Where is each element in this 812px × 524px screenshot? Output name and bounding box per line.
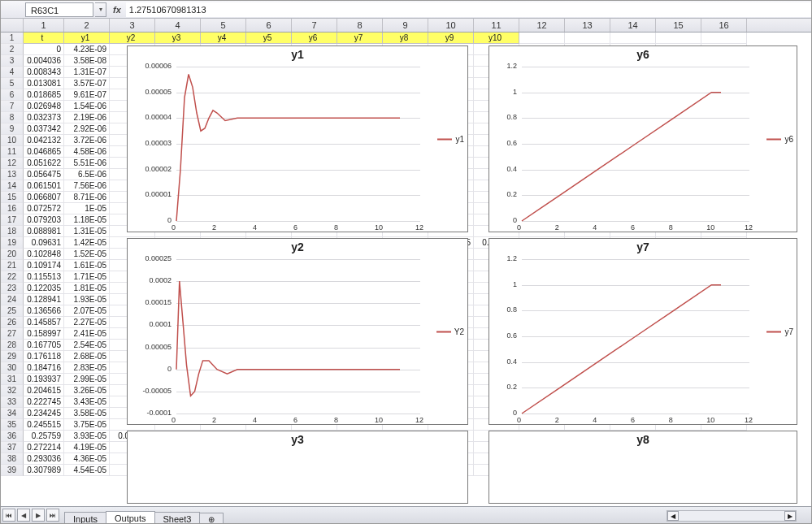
row-header[interactable]: 17 — [1, 214, 24, 226]
row-header[interactable]: 7 — [1, 101, 24, 112]
row-header[interactable]: 27 — [1, 328, 24, 340]
column-header[interactable]: 7 — [292, 19, 337, 32]
cell[interactable]: 0.234245 — [24, 408, 64, 419]
formula-input[interactable]: 1.27510670981313 — [126, 2, 811, 17]
cell[interactable]: 0.056475 — [24, 169, 64, 180]
cell[interactable] — [565, 32, 610, 44]
column-header[interactable]: 2 — [64, 19, 110, 32]
column-header[interactable]: 12 — [519, 19, 565, 32]
cell[interactable]: 2.92E-06 — [64, 123, 110, 135]
cell[interactable]: 1.93E-05 — [64, 294, 110, 305]
cell[interactable]: 1.61E-05 — [64, 260, 110, 271]
column-header[interactable]: 1 — [24, 19, 64, 32]
cell[interactable]: 0.042132 — [24, 135, 64, 146]
cell[interactable]: 4.36E-05 — [64, 453, 110, 465]
cell[interactable]: 0.061501 — [24, 180, 64, 192]
cell[interactable]: 0.145857 — [24, 317, 64, 328]
spreadsheet-grid[interactable]: 12345678910111213141516 1ty1y2y3y4y5y6y7… — [1, 19, 811, 507]
cell[interactable]: 0.128941 — [24, 294, 64, 305]
cell[interactable]: 1.71E-05 — [64, 271, 110, 283]
tab-nav-prev-icon[interactable]: ◀ — [17, 509, 30, 522]
cell[interactable]: 3.43E-05 — [64, 396, 110, 408]
cell[interactable]: 0.245515 — [24, 419, 64, 431]
cell[interactable]: y5 — [246, 32, 292, 44]
cell[interactable]: 2.07E-05 — [64, 305, 110, 317]
cell[interactable]: 4.58E-06 — [64, 146, 110, 158]
column-header[interactable]: 4 — [155, 19, 201, 32]
cell[interactable]: 2.68E-05 — [64, 351, 110, 362]
row-header[interactable]: 18 — [1, 226, 24, 237]
cell[interactable]: y4 — [201, 32, 246, 44]
tab-nav-next-icon[interactable]: ▶ — [32, 509, 45, 522]
cell[interactable]: 0.109174 — [24, 260, 64, 271]
row-header[interactable]: 22 — [1, 271, 24, 283]
cell[interactable]: 4.19E-05 — [64, 442, 110, 453]
cell[interactable]: 0.136566 — [24, 305, 64, 317]
name-box-dropdown-icon[interactable]: ▾ — [95, 2, 106, 17]
row-header[interactable]: 32 — [1, 385, 24, 396]
column-header[interactable]: 13 — [565, 19, 610, 32]
row-header[interactable]: 14 — [1, 180, 24, 192]
cell[interactable]: y7 — [337, 32, 383, 44]
cell[interactable]: 0.158997 — [24, 328, 64, 340]
row-header[interactable]: 26 — [1, 317, 24, 328]
column-header[interactable]: 16 — [701, 19, 747, 32]
cell[interactable] — [519, 32, 565, 44]
sheet-tab[interactable]: Sheet3 — [154, 512, 201, 525]
cell[interactable]: 3.57E-07 — [64, 78, 110, 89]
cell[interactable]: 0.051622 — [24, 158, 64, 169]
cell[interactable]: 8.71E-06 — [64, 192, 110, 203]
sheet-tab[interactable]: Inputs — [64, 512, 106, 525]
cell[interactable]: 0.204615 — [24, 385, 64, 396]
scroll-right-icon[interactable]: ▶ — [784, 511, 796, 521]
row-header[interactable]: 4 — [1, 67, 24, 78]
row-header[interactable]: 28 — [1, 340, 24, 351]
cell[interactable]: 2.41E-05 — [64, 328, 110, 340]
cell[interactable]: 0.046865 — [24, 146, 64, 158]
cell[interactable]: 0.037342 — [24, 123, 64, 135]
cell[interactable]: t — [24, 32, 64, 44]
cell[interactable]: 0.088981 — [24, 226, 64, 237]
cell[interactable]: 0.122035 — [24, 283, 64, 294]
cell[interactable]: 0.184716 — [24, 362, 64, 374]
cell[interactable]: 2.27E-05 — [64, 317, 110, 328]
tab-nav-last-icon[interactable]: ⏭ — [46, 509, 59, 522]
cell[interactable]: 0.032373 — [24, 112, 64, 123]
cell[interactable]: 0.293036 — [24, 453, 64, 465]
cell[interactable]: 2.19E-06 — [64, 112, 110, 123]
row-header[interactable]: 23 — [1, 283, 24, 294]
row-header[interactable]: 36 — [1, 431, 24, 442]
cell[interactable]: 1E-05 — [64, 203, 110, 214]
cell[interactable]: 0.193937 — [24, 374, 64, 385]
cell[interactable]: 6.5E-06 — [64, 169, 110, 180]
row-header[interactable]: 10 — [1, 135, 24, 146]
row-header[interactable]: 37 — [1, 442, 24, 453]
row-header[interactable]: 11 — [1, 146, 24, 158]
column-header[interactable]: 10 — [428, 19, 474, 32]
row-header[interactable]: 20 — [1, 249, 24, 260]
cell[interactable]: 0.072572 — [24, 203, 64, 214]
cell[interactable]: 1.54E-06 — [64, 101, 110, 112]
row-header[interactable]: 21 — [1, 260, 24, 271]
column-header[interactable]: 3 — [110, 19, 155, 32]
column-header[interactable]: 5 — [201, 19, 246, 32]
cell[interactable]: y8 — [383, 32, 428, 44]
cell[interactable]: 0.272214 — [24, 442, 64, 453]
cell[interactable]: 0.013081 — [24, 78, 64, 89]
row-header[interactable]: 8 — [1, 112, 24, 123]
cell[interactable]: 0.09631 — [24, 237, 64, 249]
cell[interactable]: 3.58E-08 — [64, 55, 110, 67]
row-header[interactable]: 31 — [1, 374, 24, 385]
row-header[interactable]: 30 — [1, 362, 24, 374]
cell[interactable]: 7.56E-06 — [64, 180, 110, 192]
cell[interactable]: 3.72E-06 — [64, 135, 110, 146]
cell[interactable]: 3.58E-05 — [64, 408, 110, 419]
cell[interactable] — [656, 32, 701, 44]
row-header[interactable]: 19 — [1, 237, 24, 249]
cell[interactable]: 1.18E-05 — [64, 214, 110, 226]
cell[interactable]: 0.222745 — [24, 396, 64, 408]
fx-icon[interactable]: fx — [113, 5, 121, 15]
row-header[interactable]: 35 — [1, 419, 24, 431]
column-header[interactable]: 14 — [610, 19, 656, 32]
cell[interactable]: 3.26E-05 — [64, 385, 110, 396]
